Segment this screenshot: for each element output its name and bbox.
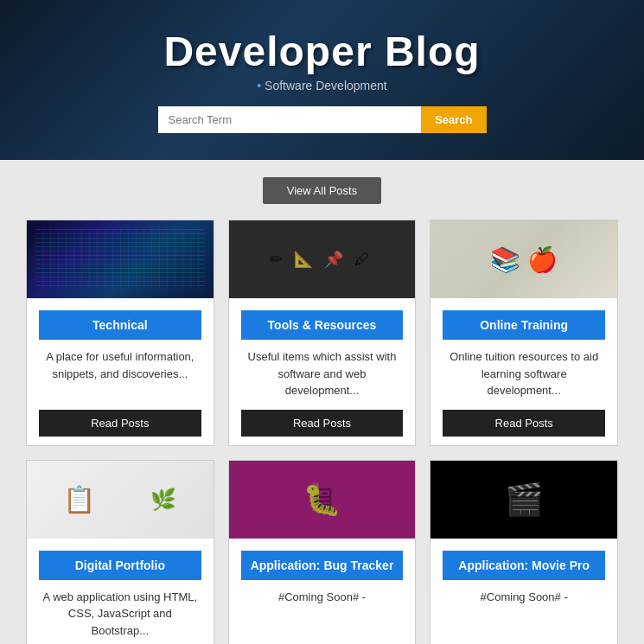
search-button[interactable]: Search [421,106,486,133]
header-content: Developer Blog Software Development Sear… [158,28,487,133]
card-movie-pro: Application: Movie Pro #Coming Soon# - R… [430,460,618,645]
card-bug-tracker: 🐛 Application: Bug Tracker #Coming Soon#… [228,460,417,645]
card-body-online: Online Training Online tuition resources… [430,298,617,445]
search-bar: Search [158,106,487,133]
view-all-wrapper: View All Posts [26,177,618,204]
category-button-moviepro[interactable]: Application: Movie Pro [443,551,605,580]
card-image-moviepro [430,461,617,539]
read-posts-button-tools[interactable]: Read Posts [241,410,404,437]
card-desc-moviepro: #Coming Soon# - [481,589,568,640]
card-image-technical [27,220,214,298]
bug-icon: 🐛 [303,481,341,518]
card-image-tools [229,220,416,298]
category-button-technical[interactable]: Technical [39,310,201,340]
card-desc-portfolio: A web application using HTML, CSS, JavaS… [39,589,201,640]
card-desc-technical: A place for useful information, snippets… [39,348,201,399]
card-desc-tools: Useful items which assist with software … [241,348,404,399]
category-button-bugtracker[interactable]: Application: Bug Tracker [241,551,404,580]
site-title: Developer Blog [158,28,487,75]
page-header: Developer Blog Software Development Sear… [0,0,644,160]
search-input[interactable] [158,106,422,133]
card-image-bugtracker: 🐛 [229,461,416,539]
category-button-tools[interactable]: Tools & Resources [241,310,404,340]
view-all-posts-button[interactable]: View All Posts [263,177,381,204]
card-body-tools: Tools & Resources Useful items which ass… [229,298,416,445]
card-body-technical: Technical A place for useful information… [27,298,214,445]
cards-grid-row1: Technical A place for useful information… [26,220,618,446]
card-tools-resources: Tools & Resources Useful items which ass… [228,220,417,446]
read-posts-button-technical[interactable]: Read Posts [39,410,201,437]
card-digital-portfolio: Digital Portfolio A web application usin… [26,460,214,645]
site-subtitle: Software Development [158,79,487,92]
card-body-moviepro: Application: Movie Pro #Coming Soon# - R… [430,539,617,645]
read-posts-button-online[interactable]: Read Posts [443,410,605,437]
card-image-online [430,220,617,298]
card-desc-online: Online tuition resources to aid learning… [443,348,605,399]
category-button-online[interactable]: Online Training [443,310,605,340]
main-content: View All Posts Technical A place for use… [0,160,644,644]
card-body-bugtracker: Application: Bug Tracker #Coming Soon# -… [229,539,416,645]
card-image-portfolio [27,461,214,539]
card-technical: Technical A place for useful information… [26,220,214,446]
card-body-portfolio: Digital Portfolio A web application usin… [27,539,214,645]
cards-grid-row2: Digital Portfolio A web application usin… [26,460,618,645]
category-button-portfolio[interactable]: Digital Portfolio [39,551,201,580]
card-desc-bugtracker: #Coming Soon# - [278,589,366,640]
card-online-training: Online Training Online tuition resources… [430,220,618,446]
